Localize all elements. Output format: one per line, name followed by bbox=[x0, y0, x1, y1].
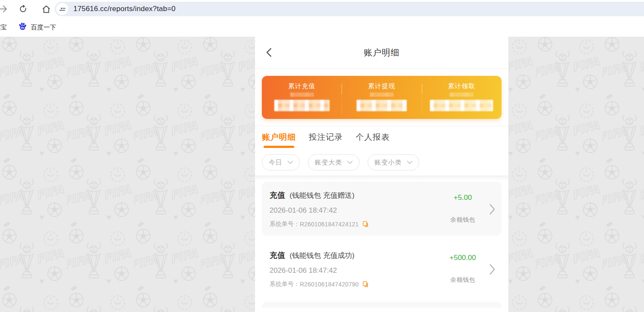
bookmarks-bar: 淘宝 du 百度一下 bbox=[0, 18, 644, 37]
page-background: FIFA FIFA 账户明细 累计充值 bbox=[0, 37, 644, 312]
order-number: R2601061847420790 bbox=[300, 281, 359, 288]
masked-value bbox=[274, 100, 330, 111]
transaction-detail: (钱能钱包 充值成功) bbox=[290, 251, 354, 260]
chevron-down-icon bbox=[407, 161, 412, 164]
chevron-right-icon bbox=[489, 263, 496, 275]
order-number-label: 系统单号： bbox=[270, 220, 300, 228]
tab-account-detail[interactable]: 账户明细 bbox=[262, 132, 296, 148]
stat-total-withdraw: 累计提现 bbox=[342, 76, 421, 119]
stat-total-claim: 累计领取 bbox=[422, 76, 502, 119]
masked-value bbox=[430, 100, 493, 111]
filter-label: 账变小类 bbox=[374, 159, 402, 167]
bookmark-label: 淘宝 bbox=[0, 23, 7, 32]
bookmark-baidu[interactable]: du 百度一下 bbox=[18, 22, 56, 33]
tab-label: 账户明细 bbox=[262, 132, 296, 143]
page-header: 账户明细 bbox=[255, 37, 508, 69]
wallet-type: 余额钱包 bbox=[450, 216, 475, 224]
summary-section: 累计充值 累计提现 累计领取 bbox=[255, 69, 508, 126]
chevron-left-icon bbox=[265, 47, 272, 58]
transaction-amount: +500.00 bbox=[450, 254, 476, 262]
filter-minor-type-dropdown[interactable]: 账变小类 bbox=[368, 154, 419, 170]
tab-bar: 账户明细 投注记录 个人报表 bbox=[255, 126, 508, 148]
transaction-row[interactable]: 充值 (钱能钱包 充值成功) 2026-01-06 18:47:42 系统单号：… bbox=[262, 242, 502, 296]
transaction-amount: +5.00 bbox=[453, 194, 472, 202]
page-title: 账户明细 bbox=[364, 47, 400, 58]
masked-value-blur bbox=[370, 92, 394, 97]
active-tab-underline bbox=[264, 146, 294, 148]
masked-value-blur bbox=[450, 92, 473, 97]
transaction-detail: (钱能钱包 充值赠送) bbox=[290, 191, 354, 200]
bookmark-taobao[interactable]: 淘宝 bbox=[0, 23, 7, 32]
chevron-right-icon bbox=[489, 203, 496, 215]
transaction-row[interactable]: 充值 (钱能钱包 充值赠送) 2026-01-06 18:47:42 系统单号：… bbox=[262, 182, 502, 236]
stat-label: 累计领取 bbox=[448, 82, 475, 90]
tab-personal-report[interactable]: 个人报表 bbox=[356, 132, 390, 148]
copy-button[interactable] bbox=[362, 281, 369, 288]
browser-toolbar: 175616.cc/reports/index?tab=0 bbox=[0, 0, 644, 18]
filter-label: 今日 bbox=[269, 159, 282, 167]
address-bar[interactable]: 175616.cc/reports/index?tab=0 bbox=[55, 2, 644, 16]
chevron-down-icon bbox=[287, 161, 293, 164]
home-icon[interactable] bbox=[41, 4, 51, 14]
list-top-divider bbox=[255, 176, 508, 181]
tab-bet-records[interactable]: 投注记录 bbox=[309, 132, 343, 148]
stat-label: 累计充值 bbox=[288, 82, 316, 90]
transaction-datetime: 2026-01-06 18:47:42 bbox=[270, 266, 437, 275]
masked-value bbox=[357, 100, 407, 111]
tab-label: 个人报表 bbox=[356, 132, 390, 143]
forward-icon[interactable] bbox=[0, 4, 9, 14]
transaction-type: 充值 bbox=[270, 250, 285, 260]
transaction-datetime: 2026-01-06 18:47:42 bbox=[270, 206, 437, 215]
stat-total-deposit: 累计充值 bbox=[262, 76, 342, 119]
transaction-list: 充值 (钱能钱包 充值赠送) 2026-01-06 18:47:42 系统单号：… bbox=[255, 181, 508, 308]
copy-button[interactable] bbox=[362, 221, 369, 228]
wallet-type: 余额钱包 bbox=[450, 276, 475, 284]
tab-label: 投注记录 bbox=[309, 132, 343, 143]
svg-text:du: du bbox=[21, 26, 24, 29]
copy-icon bbox=[362, 281, 369, 288]
masked-value-blur bbox=[290, 92, 314, 97]
row-chevron[interactable] bbox=[489, 203, 496, 215]
filter-major-type-dropdown[interactable]: 账变大类 bbox=[308, 154, 360, 170]
order-number: R2601061847424121 bbox=[300, 221, 359, 228]
filter-bar: 今日 账变大类 账变小类 bbox=[255, 148, 508, 176]
bookmark-label: 百度一下 bbox=[31, 23, 56, 32]
row-chevron[interactable] bbox=[489, 263, 496, 275]
transaction-type: 充值 bbox=[270, 190, 285, 200]
filter-label: 账变大类 bbox=[315, 159, 342, 167]
chevron-down-icon bbox=[347, 161, 353, 164]
baidu-paw-icon: du bbox=[18, 22, 27, 33]
site-settings-icon[interactable] bbox=[56, 3, 68, 15]
summary-card: 累计充值 累计提现 累计领取 bbox=[262, 76, 502, 119]
stat-label: 累计提现 bbox=[368, 82, 395, 90]
account-detail-panel: 账户明细 累计充值 累计提现 累计领取 bbox=[255, 37, 508, 312]
url-text[interactable]: 175616.cc/reports/index?tab=0 bbox=[73, 5, 176, 13]
copy-icon bbox=[362, 221, 369, 228]
order-number-label: 系统单号： bbox=[270, 280, 300, 288]
filter-date-dropdown[interactable]: 今日 bbox=[262, 154, 300, 170]
transaction-row-partial[interactable] bbox=[262, 302, 502, 308]
back-button[interactable] bbox=[265, 37, 272, 68]
reload-icon[interactable] bbox=[18, 4, 28, 14]
